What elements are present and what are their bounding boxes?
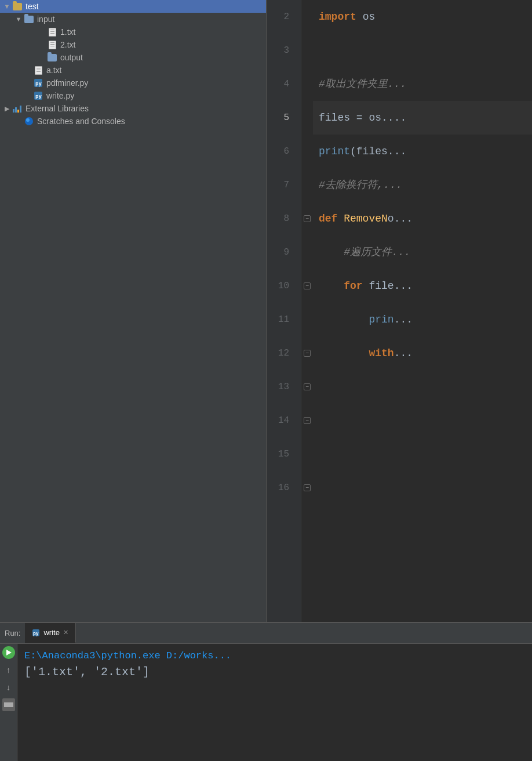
arrow-icon: ▼ [2,3,12,10]
tab-bar: Run: py write ✕ [0,623,532,644]
code-line-14[interactable] [313,404,532,437]
folder-icon [46,53,58,62]
arrow-icon: ▼ [14,16,23,23]
code-line-3[interactable] [313,34,532,67]
gutter-cell-9 [301,235,313,269]
sidebar-item-pdfminer[interactable]: py pdfminer.py [0,77,266,89]
keyword: for [344,269,362,303]
svg-text:py: py [35,81,42,86]
console-sidebar: ↑ ↓ [0,644,17,761]
code-line-8[interactable]: def RemoveNo... [313,202,532,235]
console-line-path: E:\Anaconda3\python.exe D:/works... [24,648,525,664]
sidebar-item-input[interactable]: ▼ input [0,13,266,26]
arrow-spacer [37,54,46,61]
run-prefix: Run: [0,623,25,643]
sidebar-item-atxt[interactable]: a.txt [0,64,266,77]
code-line-10[interactable]: for file... [313,269,532,303]
arrow-spacer [37,28,46,35]
bars-icon [12,104,23,113]
fold-marker[interactable]: − [304,417,311,424]
sidebar-item-test[interactable]: ▼ test [0,0,266,13]
code-line-12[interactable]: with... [313,336,532,370]
gutter-cell-4 [301,67,313,101]
sidebar-item-output[interactable]: output [0,51,266,64]
gutter: − − − − − − [301,0,313,622]
gutter-cell-11 [301,303,313,336]
stop-button[interactable] [2,698,15,711]
code-line-2[interactable]: import os [313,0,532,34]
sidebar-item-label: External Libraries [25,104,261,113]
code-text: files = os. [319,101,388,135]
svg-text:py: py [33,631,39,636]
code-line-15[interactable] [313,437,532,471]
code-line-6[interactable]: print(files... [313,135,532,168]
scratch-icon [23,117,35,126]
code-line-4[interactable]: #取出文件夹里... [313,67,532,101]
sidebar-item-2txt[interactable]: 2.txt [0,38,266,51]
gutter-cell-15 [301,437,313,471]
gutter-cell-12[interactable]: − [301,336,313,370]
line-num-3: 3 [267,34,295,67]
line-num-14: 14 [267,404,295,437]
code-line-16[interactable] [313,471,532,505]
arrow-spacer [37,41,46,48]
arrow-spacer [23,67,32,74]
sidebar-item-label: output [60,53,261,62]
fold-marker[interactable]: − [304,282,311,289]
line-num-9: 9 [267,235,295,269]
code-line-7[interactable]: #去除换行符,... [313,168,532,202]
code-text [319,269,344,303]
python-icon: py [32,629,40,637]
txt-file-icon [32,66,44,75]
gutter-cell-6 [301,135,313,168]
sidebar-item-scratches[interactable]: Scratches and Consoles [0,115,266,128]
comment: #取出文件夹里... [319,67,406,101]
gutter-cell-14[interactable]: − [301,404,313,437]
scroll-up-button[interactable]: ↑ [2,664,15,676]
code-text: file... [369,269,413,303]
sidebar-item-label: 2.txt [60,40,261,49]
sidebar-item-1txt[interactable]: 1.txt [0,26,266,38]
fold-marker[interactable]: − [304,350,311,357]
run-button[interactable] [2,646,15,659]
code-text: os [363,0,376,34]
gutter-cell-16[interactable]: − [301,471,313,505]
code-line-9[interactable]: #遍历文件... [313,235,532,269]
fold-marker[interactable]: − [304,383,311,390]
code-text: ... [388,135,406,168]
svg-text:py: py [35,93,42,99]
line-num-5: 5 [267,101,295,135]
sidebar-item-label: input [37,15,261,24]
tab-write[interactable]: py write ✕ [25,623,75,643]
keyword: with [369,336,393,370]
arrow-spacer [14,118,23,125]
code-line-5[interactable]: files = os.... [313,101,532,135]
line-num-10: 10 [267,269,295,303]
sidebar-item-writepy[interactable]: py write.py [0,89,266,102]
scroll-down-button[interactable]: ↓ [2,681,15,694]
line-num-7: 7 [267,168,295,202]
sidebar-item-extlibs[interactable]: ▶ External Libraries [0,102,266,115]
fold-marker[interactable]: − [304,484,311,491]
code-lines[interactable]: import os #取出文件夹里... files = os.... prin… [313,0,532,622]
line-num-11: 11 [267,303,295,336]
py-file-icon: py [32,91,44,100]
code-line-13[interactable] [313,370,532,404]
sidebar-item-label: a.txt [46,66,261,75]
code-text: ... [394,336,413,370]
bottom-panel: Run: py write ✕ ↑ ↓ E:\Anaconda3\python.… [0,622,532,761]
sidebar-item-label: write.py [46,91,261,100]
gutter-cell-13[interactable]: − [301,370,313,404]
gutter-cell-8[interactable]: − [301,202,313,235]
line-num-16: 16 [267,471,295,505]
console-text-area[interactable]: E:\Anaconda3\python.exe D:/works... ['1.… [17,644,532,761]
gutter-cell-10[interactable]: − [301,269,313,303]
fold-marker[interactable]: − [304,215,311,222]
code-text: prin [369,303,393,336]
sidebar-item-label: test [25,2,261,11]
arrow-spacer [23,79,32,86]
comment: #遍历文件... [319,235,410,269]
tab-close-button[interactable]: ✕ [63,629,68,636]
code-line-11[interactable]: prin... [313,303,532,336]
line-num-6: 6 [267,135,295,168]
